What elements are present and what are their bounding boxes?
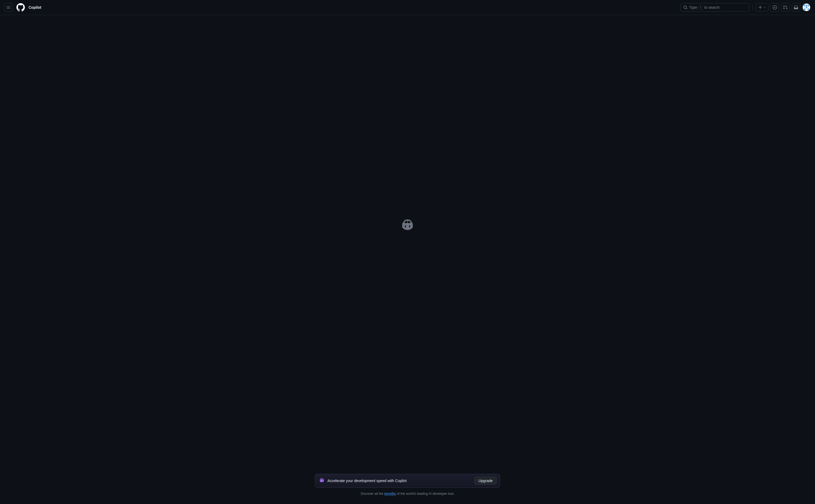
- upgrade-button[interactable]: Upgrade: [474, 477, 497, 485]
- issue-opened-icon: [773, 5, 777, 10]
- pull-requests-button[interactable]: [781, 3, 790, 12]
- github-logo-icon: [16, 3, 25, 12]
- svg-rect-6: [806, 5, 807, 6]
- benefits-link[interactable]: benefits: [384, 492, 396, 496]
- search-prefix: Type: [689, 5, 697, 10]
- search-input[interactable]: Type / to search: [680, 3, 749, 12]
- copilot-loading-icon: [401, 218, 414, 232]
- issues-button[interactable]: [771, 3, 779, 12]
- chevron-down-icon: [763, 6, 766, 9]
- github-logo-link[interactable]: [16, 3, 25, 12]
- footer-suffix: of the world's leading AI developer tool…: [396, 492, 454, 496]
- user-avatar-icon: [803, 3, 810, 12]
- svg-rect-2: [808, 5, 809, 6]
- svg-rect-4: [804, 8, 805, 10]
- svg-rect-1: [804, 5, 805, 6]
- header-right: Type / to search: [680, 3, 811, 12]
- search-suffix: to search: [704, 5, 720, 10]
- page-title: Copilot: [29, 5, 41, 10]
- plus-icon: [758, 5, 762, 10]
- promo-text: Accelerate your development speed with C…: [327, 479, 407, 483]
- divider: [752, 5, 753, 10]
- create-new-button[interactable]: [756, 3, 768, 12]
- footer-text: Discover all the benefits of the world's…: [361, 492, 454, 496]
- main-content: Accelerate your development speed with C…: [0, 15, 815, 504]
- svg-rect-3: [806, 7, 807, 8]
- copilot-icon: [319, 478, 324, 484]
- upgrade-promo-card: Accelerate your development speed with C…: [315, 474, 500, 488]
- notifications-button[interactable]: [792, 3, 800, 12]
- inbox-icon: [794, 5, 798, 10]
- svg-rect-5: [808, 8, 809, 10]
- hamburger-menu-button[interactable]: [4, 3, 13, 12]
- header-left: Copilot: [4, 3, 41, 12]
- user-avatar-button[interactable]: [802, 3, 811, 12]
- promo-left: Accelerate your development speed with C…: [319, 478, 407, 484]
- search-icon: [683, 5, 688, 10]
- search-shortcut: /: [699, 5, 703, 10]
- hamburger-icon: [6, 5, 11, 10]
- footer-prefix: Discover all the: [361, 492, 384, 496]
- header: Copilot Type / to search: [0, 0, 815, 15]
- git-pull-request-icon: [783, 5, 787, 10]
